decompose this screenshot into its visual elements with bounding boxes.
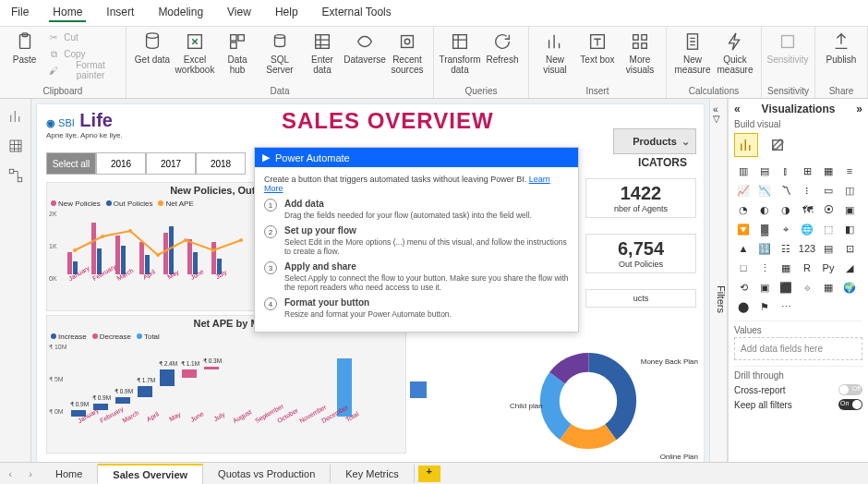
viz-line-clustered-icon[interactable]: ⫶: [798, 182, 816, 199]
cross-report-toggle[interactable]: Off: [838, 384, 862, 395]
viz-matrix-icon[interactable]: ▲: [734, 240, 753, 257]
viz-stacked-bar-100-icon[interactable]: ▦: [819, 163, 838, 179]
viz-area-icon[interactable]: 📉: [755, 182, 774, 199]
viz-custom-2-icon[interactable]: ⟐: [798, 279, 816, 296]
viz-table-icon[interactable]: ◧: [840, 221, 859, 237]
excel-workbook-button[interactable]: Excel workbook: [175, 29, 215, 77]
products-dropdown[interactable]: Products: [613, 128, 696, 154]
viz-funnel-icon[interactable]: ▣: [840, 201, 859, 218]
data-hub-button[interactable]: Data hub: [217, 29, 258, 77]
viz-qa-icon[interactable]: □: [734, 260, 753, 276]
viz-filled-map-icon[interactable]: ⦿: [819, 201, 838, 218]
viz-stacked-area-icon[interactable]: 〽: [777, 182, 795, 199]
format-visual-tab[interactable]: [766, 133, 790, 157]
viz-flag-icon[interactable]: ⚑: [755, 298, 774, 315]
viz-stacked-bar-icon[interactable]: ▥: [734, 163, 753, 179]
viz-card-icon[interactable]: 🔢: [755, 240, 774, 257]
viz-custom-1-icon[interactable]: ⬛: [777, 279, 795, 296]
viz-key-influencers-icon[interactable]: ▤: [819, 240, 838, 257]
quick-measure-button[interactable]: Quick measure: [715, 29, 755, 77]
values-field-well[interactable]: Add data fields here: [734, 337, 862, 360]
get-data-button[interactable]: Get data: [132, 29, 173, 67]
year-select-all[interactable]: Select all: [46, 152, 96, 175]
excel-label: Excel workbook: [175, 54, 215, 75]
viz-collapse-icon[interactable]: «: [734, 103, 741, 115]
chart-net-ape[interactable]: Net APE by M Increase Decrease Total ₹ 1…: [46, 315, 406, 454]
viz-toggle-icon[interactable]: ⬤: [734, 298, 753, 315]
viz-expand-icon[interactable]: »: [856, 103, 862, 115]
viz-donut-icon[interactable]: ◐: [755, 201, 774, 218]
menu-help[interactable]: Help: [271, 4, 302, 22]
new-visual-button[interactable]: New visual: [535, 29, 575, 77]
report-view-icon[interactable]: [7, 108, 24, 125]
menu-view[interactable]: View: [223, 4, 255, 22]
publish-button[interactable]: Publish: [821, 29, 862, 67]
viz-stacked-column-100-icon[interactable]: ≡: [840, 163, 859, 179]
enter-data-button[interactable]: Enter data: [302, 29, 343, 77]
chart-products-donut[interactable]: Money Back Plan Child plan Online Plan: [537, 350, 694, 461]
viz-r-visual-icon[interactable]: R: [798, 260, 816, 276]
add-page-button[interactable]: +: [418, 466, 440, 482]
keep-filters-toggle[interactable]: On: [838, 399, 862, 410]
viz-gauge-icon[interactable]: 🔽: [734, 221, 753, 237]
text-box-button[interactable]: Text box: [577, 29, 618, 67]
viz-power-automate-icon[interactable]: ◢: [840, 260, 859, 276]
viz-globe-icon[interactable]: 🌍: [840, 279, 859, 296]
more-visuals-button[interactable]: More visuals: [620, 29, 660, 77]
viz-smart-narrative-icon[interactable]: ⋮: [755, 260, 774, 276]
page-key-metrics[interactable]: Key Metrics: [331, 465, 414, 483]
viz-arcgis-icon[interactable]: ⟲: [734, 279, 753, 296]
transform-data-button[interactable]: Transform data: [440, 29, 480, 77]
viz-line-stacked-icon[interactable]: ▭: [819, 182, 838, 199]
year-2017[interactable]: 2017: [146, 152, 196, 175]
viz-py-visual-icon[interactable]: Py: [819, 260, 838, 276]
menu-insert[interactable]: Insert: [102, 4, 138, 22]
page-home[interactable]: Home: [41, 465, 98, 483]
data-view-icon[interactable]: [7, 138, 24, 154]
recent-sources-button[interactable]: Recent sources: [387, 29, 428, 77]
viz-more-icon[interactable]: ⋯: [777, 298, 795, 315]
menu-external-tools[interactable]: External Tools: [319, 4, 395, 22]
viz-ribbon-icon[interactable]: ◫: [840, 182, 859, 199]
page-next[interactable]: ›: [20, 468, 41, 479]
menu-home[interactable]: Home: [49, 4, 86, 22]
viz-slicer-icon[interactable]: ⬚: [819, 221, 838, 237]
build-visual-tab[interactable]: [734, 133, 758, 157]
year-2016[interactable]: 2016: [96, 152, 146, 175]
power-automate-visual[interactable]: ▶ Power Automate Create a button that tr…: [254, 147, 579, 333]
new-measure-button[interactable]: New measure: [672, 29, 713, 77]
viz-kpi-icon[interactable]: 123: [798, 240, 816, 257]
ribbon-group-data: Get data Excel workbook Data hub SQL Ser…: [127, 27, 434, 98]
viz-clustered-column-icon[interactable]: ⊞: [798, 163, 816, 179]
viz-pie-icon[interactable]: ◔: [734, 201, 753, 218]
page-quotas[interactable]: Quotas vs Production: [203, 465, 331, 483]
viz-waterfall-icon[interactable]: ▓: [755, 221, 774, 237]
cut-button[interactable]: ✂Cut: [45, 29, 120, 45]
sensitivity-button[interactable]: Sensitivity: [767, 29, 808, 67]
sql-server-button[interactable]: SQL Server: [259, 29, 300, 77]
viz-stacked-column-icon[interactable]: ⫿: [777, 163, 795, 179]
viz-treemap-icon[interactable]: ◑: [777, 201, 795, 218]
viz-scatter-icon[interactable]: ⌖: [777, 221, 795, 237]
viz-azure-map-icon[interactable]: 🌐: [798, 221, 816, 237]
viz-power-apps-icon[interactable]: ▣: [755, 279, 774, 296]
viz-paginated-icon[interactable]: ▦: [777, 260, 795, 276]
dataverse-button[interactable]: Dataverse: [344, 29, 385, 67]
viz-decomposition-icon[interactable]: ⊡: [840, 240, 859, 257]
page-sales-overview[interactable]: Sales Overview: [98, 464, 203, 484]
filters-pane[interactable]: « Filters ▽: [709, 99, 728, 472]
viz-clustered-bar-icon[interactable]: ▤: [755, 163, 774, 179]
viz-line-icon[interactable]: 📈: [734, 182, 753, 199]
menu-modeling[interactable]: Modeling: [154, 4, 207, 22]
viz-multi-card-icon[interactable]: ☷: [777, 240, 795, 257]
report-canvas[interactable]: ◉ SBI Life Apne liye. Apno ke liye. SALE…: [37, 104, 704, 466]
model-view-icon[interactable]: [7, 167, 24, 184]
menu-file[interactable]: File: [7, 4, 32, 22]
paste-button[interactable]: Paste: [6, 29, 43, 67]
format-painter-button[interactable]: 🖌Format painter: [45, 62, 120, 79]
viz-map-icon[interactable]: 🗺: [798, 201, 816, 218]
refresh-button[interactable]: Refresh: [482, 29, 523, 67]
viz-custom-3-icon[interactable]: ▦: [819, 279, 838, 296]
page-prev[interactable]: ‹: [0, 468, 20, 479]
year-2018[interactable]: 2018: [196, 152, 246, 175]
